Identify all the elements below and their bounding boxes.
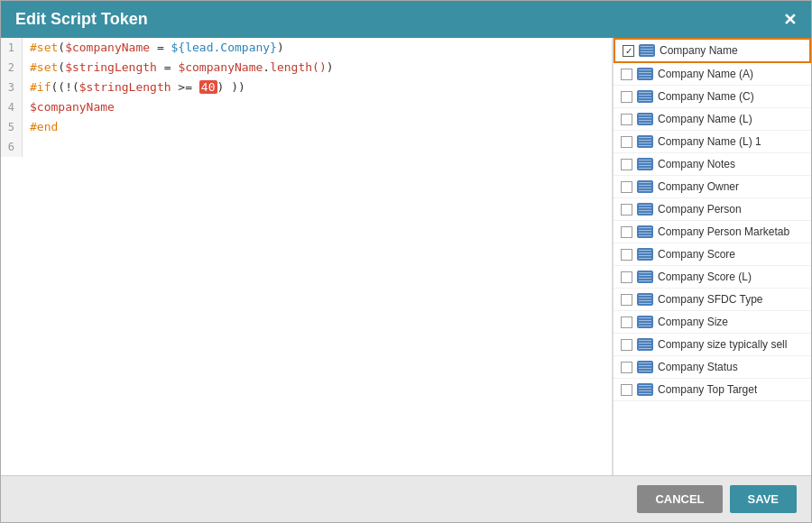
token-checkbox[interactable]: [621, 339, 632, 351]
token-checkbox[interactable]: [621, 384, 632, 396]
token-item[interactable]: Company size typically sell: [614, 334, 811, 356]
token-checkbox[interactable]: [621, 294, 632, 306]
code-line-4: 4 $companyName: [1, 97, 612, 117]
line-content-5: #end: [23, 117, 58, 137]
code-line-5: 5 #end: [1, 117, 612, 137]
line-number-1: 1: [1, 38, 23, 58]
token-label: Company Notes: [658, 158, 735, 170]
token-checkbox[interactable]: [621, 317, 632, 328]
token-label: Company Name (C): [658, 90, 754, 103]
token-label: Company size typically sell: [658, 338, 787, 351]
code-line-3: 3 #if((!($stringLength >= 40) )): [1, 78, 612, 97]
token-checkbox[interactable]: [621, 181, 632, 193]
line-number-3: 3: [1, 78, 23, 97]
cancel-button[interactable]: CANCEL: [637, 485, 722, 513]
code-line-1: 1 #set($companyName = ${lead.Company}): [1, 38, 612, 58]
token-item[interactable]: ✓Company Name: [614, 38, 811, 63]
token-item[interactable]: Company Top Target: [614, 379, 811, 401]
token-label: Company Name (A): [658, 68, 753, 80]
token-label: Company Top Target: [658, 383, 757, 396]
token-type-icon: [637, 383, 653, 396]
token-type-icon: [637, 135, 653, 148]
token-label: Company Person: [658, 203, 742, 216]
token-type-icon: [637, 271, 653, 283]
token-type-icon: [637, 248, 653, 261]
token-label: Company Score (L): [658, 271, 752, 283]
line-content-4: $companyName: [23, 97, 115, 117]
edit-script-token-dialog: Edit Script Token ✕ 1 #set($companyName …: [0, 0, 812, 523]
token-type-icon: [637, 316, 653, 328]
token-type-icon: [637, 158, 653, 170]
close-button[interactable]: ✕: [783, 12, 797, 28]
token-type-icon: [637, 113, 653, 125]
token-checkbox[interactable]: [621, 69, 632, 80]
token-type-icon: [639, 44, 655, 57]
token-label: Company Owner: [658, 180, 739, 193]
token-checkbox[interactable]: [621, 159, 632, 170]
token-item[interactable]: Company Notes: [614, 153, 811, 176]
code-line-2: 2 #set($stringLength = $companyName.leng…: [1, 58, 612, 78]
token-label: Company Name: [660, 44, 738, 57]
token-type-icon: [637, 90, 653, 103]
token-item[interactable]: Company Owner: [614, 176, 811, 198]
token-item[interactable]: Company Name (L): [614, 108, 811, 131]
token-label: Company Size: [658, 316, 728, 328]
token-item[interactable]: Company Score (L): [614, 266, 811, 289]
token-item[interactable]: Company Score: [614, 243, 811, 266]
token-type-icon: [637, 225, 653, 238]
line-number-6: 6: [1, 137, 23, 157]
dialog-title: Edit Script Token: [15, 10, 148, 29]
token-label: Company SFDC Type: [658, 293, 763, 306]
line-content-2: #set($stringLength = $companyName.length…: [23, 58, 334, 78]
line-number-5: 5: [1, 117, 23, 137]
line-content-1: #set($companyName = ${lead.Company}): [23, 38, 284, 58]
token-item[interactable]: Company Name (A): [614, 63, 811, 86]
dialog-footer: CANCEL SAVE: [1, 475, 811, 522]
token-type-icon: [637, 180, 653, 193]
token-checkbox[interactable]: [621, 204, 632, 216]
token-label: Company Person Marketab: [658, 225, 789, 238]
token-checkbox[interactable]: [621, 271, 632, 283]
token-checkbox[interactable]: [621, 226, 632, 238]
token-checkbox[interactable]: [621, 136, 632, 148]
token-item[interactable]: Company SFDC Type: [614, 289, 811, 311]
token-checkbox[interactable]: [621, 249, 632, 261]
token-item[interactable]: Company Status: [614, 356, 811, 379]
dialog-header: Edit Script Token ✕: [1, 1, 811, 38]
token-checkbox[interactable]: [621, 91, 632, 103]
token-label: Company Name (L) 1: [658, 135, 761, 148]
token-label: Company Name (L): [658, 113, 752, 125]
dialog-body: 1 #set($companyName = ${lead.Company}) 2…: [1, 38, 811, 475]
token-checkbox[interactable]: [621, 362, 632, 373]
token-checkbox[interactable]: [621, 114, 632, 125]
code-editor-panel[interactable]: 1 #set($companyName = ${lead.Company}) 2…: [1, 38, 613, 475]
token-item[interactable]: Company Person Marketab: [614, 221, 811, 243]
token-item[interactable]: Company Person: [614, 198, 811, 221]
token-checkbox[interactable]: ✓: [623, 45, 634, 57]
token-item[interactable]: Company Name (C): [614, 86, 811, 108]
token-type-icon: [637, 293, 653, 306]
token-type-icon: [637, 203, 653, 216]
line-number-4: 4: [1, 97, 23, 117]
token-label: Company Score: [658, 248, 735, 261]
save-button[interactable]: SAVE: [730, 485, 797, 513]
token-type-icon: [637, 361, 653, 373]
token-item[interactable]: Company Name (L) 1: [614, 131, 811, 153]
code-line-6: 6: [1, 137, 612, 157]
line-number-2: 2: [1, 58, 23, 78]
token-type-icon: [637, 68, 653, 80]
token-label: Company Status: [658, 361, 738, 373]
token-panel[interactable]: ✓Company NameCompany Name (A)Company Nam…: [613, 38, 811, 475]
line-content-3: #if((!($stringLength >= 40) )): [23, 78, 245, 97]
token-type-icon: [637, 338, 653, 351]
token-item[interactable]: Company Size: [614, 311, 811, 334]
